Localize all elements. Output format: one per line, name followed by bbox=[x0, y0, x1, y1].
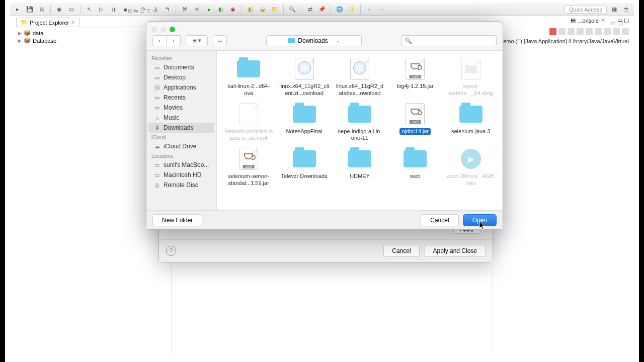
file-item[interactable]: NotesAppFinal bbox=[277, 103, 331, 142]
sidebar-item-desktop[interactable]: ▭Desktop bbox=[146, 72, 216, 82]
sidebar-item-recents[interactable]: ▭Recents bbox=[146, 93, 216, 103]
fwd-icon[interactable]: → bbox=[377, 5, 386, 14]
java-perspective-icon[interactable]: ☕ bbox=[622, 5, 631, 14]
sidebar-item-macbook[interactable]: ▭sunil's MacBoo... bbox=[146, 160, 216, 170]
remove-all-icon[interactable] bbox=[568, 28, 575, 35]
view-mode-button[interactable]: ⊞ ▾ bbox=[186, 35, 208, 46]
safari-icon bbox=[347, 58, 373, 80]
cancel-button[interactable]: Cancel bbox=[383, 245, 419, 257]
cancel-button[interactable]: Cancel bbox=[421, 214, 458, 226]
group-button[interactable]: ▭ bbox=[213, 35, 227, 46]
min-icon[interactable]: ▭ bbox=[152, 8, 157, 14]
globe-icon[interactable]: 🌐 bbox=[335, 5, 344, 14]
file-item[interactable]: web bbox=[388, 148, 442, 187]
sidebar-item-icloud[interactable]: ☁iCloud Drive bbox=[146, 141, 216, 151]
scroll-lock-icon[interactable] bbox=[586, 28, 593, 35]
close-icon[interactable]: ✕ bbox=[71, 20, 75, 25]
file-item[interactable]: Televzr Downloads bbox=[277, 148, 331, 187]
file-item[interactable]: oepe-indigo-all-in-one-11 bbox=[333, 103, 386, 142]
dmg-icon bbox=[458, 58, 484, 80]
project-item-data[interactable]: ▶📦data bbox=[16, 29, 157, 37]
new-folder-button[interactable]: New Folder bbox=[152, 214, 202, 226]
pin-console-icon[interactable] bbox=[604, 28, 611, 35]
toggle-icon[interactable]: ⇄ bbox=[305, 5, 314, 14]
file-label: mysql-workbe..._64.dmg bbox=[446, 83, 496, 97]
back-button[interactable]: ‹ bbox=[152, 35, 167, 46]
music-icon: ♫ bbox=[153, 115, 160, 121]
resume-icon[interactable]: ▷ bbox=[97, 5, 106, 14]
desktop-icon: ▭ bbox=[153, 74, 160, 80]
file-label: ojdbc14.jar bbox=[399, 128, 431, 135]
quick-access[interactable]: Quick Access bbox=[565, 6, 607, 14]
project-explorer-tab[interactable]: 📁 Project Explorer ✕ bbox=[16, 18, 79, 27]
clear-icon[interactable] bbox=[577, 28, 584, 35]
sidebar-item-remote-disc[interactable]: ◎Remote Disc bbox=[146, 180, 216, 190]
note-icon[interactable]: ▭ bbox=[67, 5, 76, 14]
min-dot[interactable] bbox=[160, 27, 166, 32]
file-item[interactable]: selenium-java-3 bbox=[444, 103, 498, 142]
wizard-icon[interactable]: ✨ bbox=[347, 5, 356, 14]
folder-icon[interactable]: 📁 bbox=[270, 5, 279, 14]
main-toolbar: ▸ 💾 ⎘ ◉ ▭ ↖ ▷ ⏸ ■ ↷ ↴ ↰ ⚒ ❋ ● ◐ ◉ ◧ ◒ 📁 … bbox=[10, 3, 634, 16]
console-tab[interactable]: ▤ ...onsole ✕ ▭ ▢ bbox=[571, 17, 629, 24]
close-icon[interactable]: ✕ bbox=[601, 17, 605, 24]
path-selector[interactable]: Downloads ⌄ bbox=[266, 35, 362, 46]
file-item[interactable]: JARojdbc14.jar bbox=[388, 103, 442, 142]
file-item[interactable]: mysql-workbe..._64.dmg bbox=[444, 58, 498, 97]
coverage-icon[interactable]: ◐ bbox=[216, 5, 225, 14]
file-item[interactable]: linux.x64_11gR2_databas...ownload bbox=[333, 58, 386, 97]
sidebar-item-downloads[interactable]: ⬇Downloads bbox=[148, 123, 214, 133]
file-label: www.2Movie...4GB.mkv bbox=[446, 173, 496, 187]
file-label: log4j-1.2.15.jar bbox=[397, 83, 434, 90]
back-icon[interactable]: ← bbox=[365, 5, 374, 14]
new-pkg-icon[interactable]: ◧ bbox=[246, 5, 255, 14]
build-icon[interactable]: ⚒ bbox=[180, 5, 189, 14]
recents-icon: ▭ bbox=[153, 95, 160, 101]
sidebar-item-macintosh-hd[interactable]: ▭Macintosh HD bbox=[146, 170, 216, 180]
open-button[interactable]: Open bbox=[463, 214, 497, 226]
project-item-database[interactable]: ▶📦Database bbox=[16, 37, 157, 44]
run-icon[interactable]: ● bbox=[204, 5, 213, 14]
collapse-icon[interactable]: ⊟ bbox=[128, 8, 132, 14]
new-class-icon[interactable]: ◒ bbox=[258, 5, 267, 14]
user-icon[interactable]: ◉ bbox=[55, 5, 64, 14]
pause-icon[interactable]: ⏸ bbox=[109, 5, 118, 14]
sidebar-item-applications[interactable]: ⒶApplications bbox=[146, 82, 216, 93]
forward-button[interactable]: › bbox=[167, 35, 181, 46]
sidebar-item-music[interactable]: ♫Music bbox=[146, 113, 216, 123]
search-icon[interactable]: 🔍 bbox=[288, 5, 297, 14]
step-out-icon[interactable]: ↰ bbox=[163, 5, 172, 14]
view-menu-icon[interactable]: ▽ bbox=[146, 8, 150, 14]
search-input[interactable]: 🔍 bbox=[401, 35, 497, 46]
file-item[interactable]: JARlog4j-1.2.15.jar bbox=[388, 58, 442, 97]
file-item[interactable]: ▶www.2Movie...4GB.mkv bbox=[444, 148, 498, 187]
open-console-icon[interactable] bbox=[622, 28, 629, 35]
file-item[interactable]: UDMEY bbox=[333, 148, 386, 187]
file-item[interactable]: Network program in java o...se.mp4 bbox=[222, 103, 275, 142]
doc-icon bbox=[235, 103, 262, 125]
filter-icon[interactable]: ⚏ bbox=[140, 8, 144, 14]
save-all-icon[interactable]: ⎘ bbox=[37, 5, 46, 14]
terminate-icon[interactable] bbox=[549, 28, 556, 35]
file-item[interactable]: linux.x64_11gR2_client.zi...ownload bbox=[277, 58, 331, 97]
apply-close-button[interactable]: Apply and Close bbox=[425, 245, 486, 257]
file-item[interactable]: kali-linux-2...d64-ova bbox=[222, 58, 275, 97]
display-icon[interactable] bbox=[613, 28, 620, 35]
word-wrap-icon[interactable] bbox=[595, 28, 602, 35]
remove-icon[interactable] bbox=[558, 28, 566, 35]
new-icon[interactable]: ▸ bbox=[13, 5, 22, 14]
debug-pointer-icon[interactable]: ↖ bbox=[85, 5, 94, 14]
save-icon[interactable]: 💾 bbox=[25, 5, 34, 14]
sidebar-item-documents[interactable]: ▭Documents bbox=[146, 62, 216, 72]
folder-icon bbox=[291, 103, 317, 125]
file-item[interactable]: JARselenium-server-standal...1.59.jar bbox=[222, 148, 275, 187]
perspective-icon[interactable]: ▦ bbox=[610, 5, 619, 14]
help-icon[interactable]: ? bbox=[166, 246, 176, 256]
ext-tools-icon[interactable]: ◉ bbox=[228, 5, 237, 14]
close-dot[interactable] bbox=[151, 27, 157, 32]
debug-icon[interactable]: ❋ bbox=[192, 5, 201, 14]
pin-icon[interactable]: 📌 bbox=[317, 5, 327, 14]
max-dot[interactable] bbox=[170, 27, 175, 32]
sidebar-item-movies[interactable]: ▭Movies bbox=[146, 103, 216, 113]
link-icon[interactable]: ⇆ bbox=[134, 8, 138, 14]
